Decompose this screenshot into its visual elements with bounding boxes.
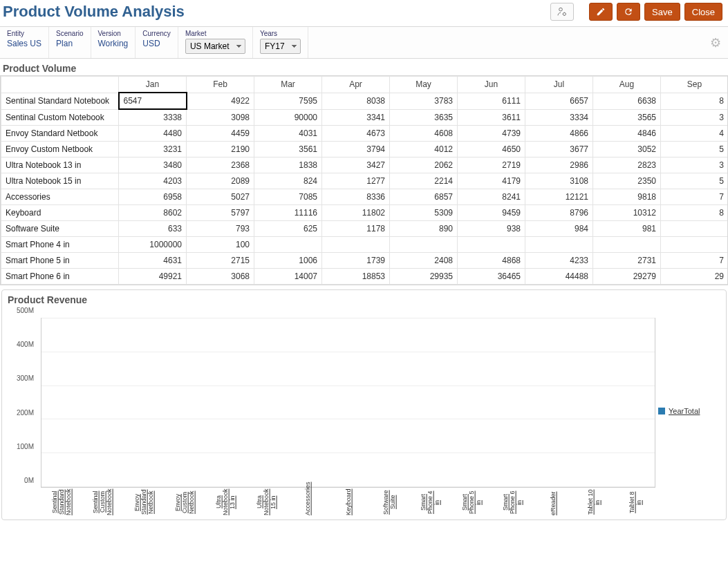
data-cell[interactable]: 29279 [593,269,661,285]
data-cell[interactable]: 9459 [458,205,525,221]
data-cell[interactable]: 4608 [390,126,458,142]
data-cell[interactable]: 3794 [322,142,390,158]
data-cell[interactable]: 3565 [593,109,661,126]
data-cell[interactable]: 8 [661,205,729,221]
row-header[interactable]: Keyboard [1,205,119,221]
data-cell[interactable]: 3427 [322,158,390,173]
row-header[interactable]: Smart Phone 5 in [1,253,119,269]
data-cell[interactable]: 3068 [187,269,254,285]
data-cell[interactable]: 633 [119,221,187,237]
years-select[interactable]: FY17 [260,39,301,54]
data-cell[interactable]: 2719 [458,158,525,173]
x-tick-label[interactable]: Accessories [287,489,328,517]
data-cell[interactable] [390,237,458,253]
x-tick-label[interactable]: Ultra Notebook 13 in [205,489,245,517]
data-cell[interactable]: 6958 [119,189,187,205]
data-cell[interactable]: 3611 [458,109,525,126]
data-cell[interactable]: 49921 [119,269,187,285]
col-header[interactable]: Sep [661,77,729,93]
data-cell[interactable]: 3338 [119,109,187,126]
data-cell[interactable]: 3334 [525,109,593,126]
data-cell[interactable] [661,221,729,237]
data-cell[interactable]: 8038 [322,93,390,109]
market-select[interactable]: US Market [185,39,245,54]
data-cell[interactable]: 8796 [525,205,593,221]
data-cell[interactable]: 2062 [390,158,458,173]
data-cell[interactable]: 2368 [187,158,254,173]
data-cell[interactable]: 3 [661,158,729,173]
data-cell[interactable] [458,237,525,253]
data-cell[interactable]: 11116 [254,205,322,221]
data-cell[interactable]: 3108 [525,173,593,189]
pov-currency[interactable]: Currency USD [136,27,178,58]
data-cell[interactable]: 6857 [390,189,458,205]
data-cell[interactable]: 10312 [593,205,661,221]
data-cell[interactable]: 4650 [458,142,525,158]
data-cell[interactable]: 3480 [119,158,187,173]
data-cell[interactable]: 7 [661,189,729,205]
data-cell[interactable]: 4631 [119,253,187,269]
gear-icon[interactable]: ⚙ [710,35,721,50]
x-tick-label[interactable]: eReader [532,489,573,517]
data-cell[interactable]: 793 [187,221,254,237]
data-cell[interactable]: 29935 [390,269,458,285]
x-tick-label[interactable]: Ultra Notebook 15 in [245,489,286,517]
data-cell[interactable]: 7 [661,253,729,269]
data-cell[interactable]: 5027 [187,189,254,205]
pov-entity[interactable]: Entity Sales US [0,27,49,58]
data-cell[interactable]: 6547 [119,93,187,109]
data-cell[interactable]: 981 [593,221,661,237]
col-header[interactable]: May [390,77,458,93]
pov-scenario[interactable]: Scenario Plan [49,27,91,58]
pov-version[interactable]: Version Working [91,27,136,58]
data-cell[interactable]: 8602 [119,205,187,221]
x-tick-label[interactable]: Tablet 8 in [615,489,655,517]
data-cell[interactable]: 7085 [254,189,322,205]
data-cell[interactable]: 1739 [322,253,390,269]
data-cell[interactable]: 984 [525,221,593,237]
product-volume-grid[interactable]: Jan Feb Mar Apr May Jun Jul Aug Sep Sent… [1,76,728,285]
data-cell[interactable]: 8241 [458,189,525,205]
save-button[interactable]: Save [644,3,680,21]
data-cell[interactable]: 2214 [390,173,458,189]
data-cell[interactable]: 1000000 [119,237,187,253]
data-cell[interactable] [254,237,322,253]
data-cell[interactable]: 3098 [187,109,254,126]
data-cell[interactable]: 938 [458,221,525,237]
data-cell[interactable]: 7595 [254,93,322,109]
data-cell[interactable]: 100 [187,237,254,253]
row-header[interactable]: Accessories [1,189,119,205]
data-cell[interactable]: 5 [661,142,729,158]
row-header[interactable]: Sentinal Custom Notebook [1,109,119,126]
data-cell[interactable]: 6638 [593,93,661,109]
data-cell[interactable] [661,237,729,253]
data-cell[interactable]: 18853 [322,269,390,285]
x-tick-label[interactable]: Sentinal Custom Notebook [82,489,122,517]
data-cell[interactable]: 2408 [390,253,458,269]
data-cell[interactable]: 4012 [390,142,458,158]
row-header[interactable]: Envoy Standard Netbook [1,126,119,142]
data-cell[interactable]: 4203 [119,173,187,189]
data-cell[interactable]: 625 [254,221,322,237]
data-cell[interactable]: 3635 [390,109,458,126]
data-cell[interactable]: 3783 [390,93,458,109]
col-header[interactable]: Jun [458,77,525,93]
data-cell[interactable]: 5797 [187,205,254,221]
data-cell[interactable]: 2823 [593,158,661,173]
data-cell[interactable]: 44488 [525,269,593,285]
data-cell[interactable]: 2715 [187,253,254,269]
data-cell[interactable]: 3341 [322,109,390,126]
data-cell[interactable]: 3052 [593,142,661,158]
x-tick-label[interactable]: Software Suite [368,489,409,517]
data-cell[interactable]: 4739 [458,126,525,142]
edit-button[interactable] [589,3,613,21]
data-cell[interactable]: 2089 [187,173,254,189]
data-cell[interactable]: 4 [661,126,729,142]
x-tick-label[interactable]: Keyboard [328,489,368,517]
data-cell[interactable]: 2986 [525,158,593,173]
data-cell[interactable]: 29 [661,269,729,285]
user-settings-button[interactable] [550,3,574,21]
data-cell[interactable] [593,237,661,253]
x-tick-label[interactable]: Tablet 10 in [573,489,614,517]
row-header[interactable]: Software Suite [1,221,119,237]
